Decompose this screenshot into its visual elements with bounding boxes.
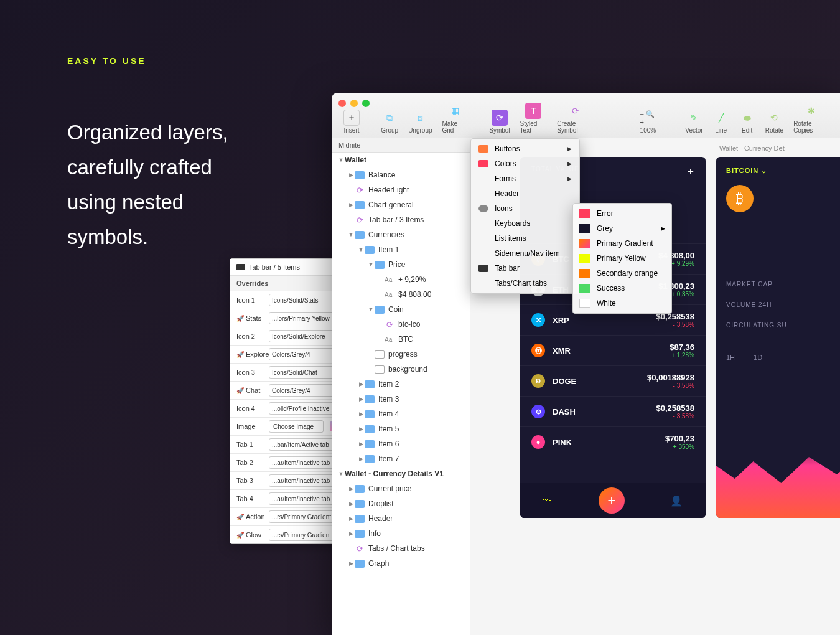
layer-row[interactable]: ▶Balance (332, 167, 470, 182)
coin-row[interactable]: ⊝ DASH $0,258538- 3,58% (520, 396, 706, 426)
toolbar-rotatecopies[interactable]: ✱Rotate Copies (790, 103, 833, 134)
toolbar-edit[interactable]: ⬬Edit (735, 110, 759, 134)
layer-row[interactable]: ▼Wallet (332, 153, 470, 167)
profile-tab-icon[interactable]: 👤 (670, 495, 683, 507)
layer-row[interactable]: Aa$4 808,00 (332, 287, 470, 302)
stats-tab-icon[interactable]: 〰 (543, 495, 553, 506)
layer-row[interactable]: ▶Graph (332, 556, 470, 571)
layer-row[interactable]: background (332, 362, 470, 377)
toolbar-makegrid[interactable]: ▦Make Grid (439, 103, 472, 134)
layer-row[interactable]: ▼Item 1 (332, 242, 470, 257)
toolbar-rotate[interactable]: ⟲Rotate (762, 110, 787, 134)
menu-item[interactable]: List items (471, 231, 579, 246)
override-select[interactable]: ...ar/Item/Inactive tab⌃⌄ (269, 456, 342, 469)
toolbar-vector[interactable]: ✎Vector (681, 110, 706, 134)
layer-row[interactable]: ▶Info (332, 526, 470, 541)
disclosure-arrow-icon[interactable]: ▼ (367, 261, 375, 268)
disclosure-arrow-icon[interactable]: ▶ (347, 172, 355, 178)
disclosure-arrow-icon[interactable]: ▶ (357, 396, 365, 402)
bitcoin-dropdown[interactable]: BITCOIN ⌄ (726, 167, 840, 175)
layer-row[interactable]: ⟳btc-ico (332, 317, 470, 332)
layer-row[interactable]: ▶Chart general (332, 197, 470, 212)
document-name[interactable]: Midnite (332, 138, 470, 153)
menu-item[interactable]: Keyboards (471, 216, 579, 231)
layer-row[interactable]: ▶Header (332, 511, 470, 526)
layer-row[interactable]: ▼Coin (332, 302, 470, 317)
layer-row[interactable]: ▶Item 2 (332, 377, 470, 392)
layer-row[interactable]: AaBTC (332, 332, 470, 347)
add-icon[interactable]: + (687, 166, 694, 179)
menu-item[interactable]: Forms ▶ (471, 171, 579, 186)
disclosure-arrow-icon[interactable]: ▶ (347, 530, 355, 537)
layer-row[interactable]: ▶Droplist (332, 496, 470, 511)
chart-tab-1d[interactable]: 1D (754, 354, 762, 361)
close-button[interactable] (338, 100, 346, 107)
choose-image-button[interactable]: Choose Image (269, 420, 324, 433)
layer-row[interactable]: ▼Price (332, 257, 470, 272)
toolbar-ungroup[interactable]: ⧈Ungroup (404, 110, 436, 134)
toolbar-symbol[interactable]: ⟳Symbol (485, 110, 513, 134)
menu-item[interactable]: Primary Gradient (573, 236, 671, 251)
coin-row[interactable]: ⓜ XMR $87,36+ 1,28% (520, 335, 706, 365)
overrides-title-row[interactable]: Tab bar / 5 Items ⌄ (230, 259, 346, 276)
zoom-button[interactable] (362, 100, 370, 107)
menu-item[interactable]: Header (471, 186, 579, 201)
disclosure-arrow-icon[interactable]: ▼ (357, 247, 365, 253)
layer-row[interactable]: ▶Item 3 (332, 392, 470, 407)
menu-item[interactable]: Grey ▶ (573, 221, 671, 236)
override-select[interactable]: ...rs/Primary Gradient⌃⌄ (269, 510, 342, 523)
chart-tab-1h[interactable]: 1H (726, 354, 735, 361)
disclosure-arrow-icon[interactable]: ▼ (347, 232, 355, 238)
layer-row[interactable]: ▶Item 6 (332, 436, 470, 451)
override-select[interactable]: Icons/Solid/Stats⌃⌄ (269, 294, 342, 306)
layer-row[interactable]: ▼Wallet - Currency Details V1 (332, 466, 470, 481)
layer-row[interactable]: ▼Currencies (332, 227, 470, 242)
toolbar-styledtext[interactable]: TStyled Text (516, 103, 551, 134)
layer-row[interactable]: ▶Item 5 (332, 421, 470, 436)
artboard-label[interactable]: Wallet - Currency Det (719, 144, 785, 152)
override-select[interactable]: ...bar/Item/Active tab⌃⌄ (269, 438, 342, 451)
layer-row[interactable]: ▶Item 7 (332, 451, 470, 466)
disclosure-arrow-icon[interactable]: ▶ (347, 560, 355, 567)
override-select[interactable]: Icons/Solid/Explore⌃⌄ (269, 330, 342, 342)
layer-row[interactable]: ▶Item 4 (332, 407, 470, 421)
disclosure-arrow-icon[interactable]: ▶ (347, 501, 355, 507)
override-select[interactable]: Colors/Grey/4⌃⌄ (269, 348, 342, 360)
layer-row[interactable]: ⟳Tab bar / 3 Items (332, 212, 470, 227)
minimize-button[interactable] (350, 100, 358, 107)
disclosure-arrow-icon[interactable]: ▶ (347, 202, 355, 208)
toolbar-insert[interactable]: ＋Insert (340, 110, 363, 134)
menu-item[interactable]: Colors ▶ (471, 156, 579, 171)
override-select[interactable]: ...ar/Item/Inactive tab⌃⌄ (269, 492, 342, 505)
menu-item[interactable]: Tab bar (471, 261, 579, 276)
menu-item[interactable]: Success (573, 281, 671, 296)
disclosure-arrow-icon[interactable]: ▼ (367, 306, 375, 313)
toolbar-zoom[interactable]: − 🔍 +100% (636, 110, 660, 134)
menu-item[interactable]: Secondary orange (573, 266, 671, 281)
disclosure-arrow-icon[interactable]: ▶ (347, 515, 355, 522)
layer-row[interactable]: Aa+ 9,29% (332, 272, 470, 287)
layer-row[interactable]: ⟳Tabs / Chart tabs (332, 541, 470, 556)
override-select[interactable]: ...olid/Profile Inactive⌃⌄ (269, 402, 342, 415)
layer-row[interactable]: ⟳HeaderLight (332, 182, 470, 197)
currency-detail-artboard[interactable]: BITCOIN ⌄ ₿ MARKET CAP VOLUME 24H CIRCUL… (716, 157, 840, 518)
menu-item[interactable]: Primary Yellow (573, 251, 671, 266)
coin-row[interactable]: Ð DOGE $0,00188928- 3,58% (520, 365, 706, 396)
disclosure-arrow-icon[interactable]: ▶ (357, 456, 365, 462)
layer-row[interactable]: ▶Current price (332, 481, 470, 496)
menu-item[interactable]: Icons (471, 201, 579, 216)
menu-item[interactable]: Buttons ▶ (471, 141, 579, 156)
fab-add-button[interactable]: + (599, 487, 625, 514)
override-select[interactable]: ...rs/Primary Gradient⌃⌄ (269, 529, 342, 541)
disclosure-arrow-icon[interactable]: ▶ (357, 381, 365, 387)
disclosure-arrow-icon[interactable]: ▼ (337, 471, 345, 477)
menu-item[interactable]: Sidemenu/Nav item (471, 246, 579, 261)
coin-row[interactable]: ● PINK $700,23+ 350% (520, 426, 706, 457)
disclosure-arrow-icon[interactable]: ▶ (347, 486, 355, 492)
layer-row[interactable]: progress (332, 347, 470, 362)
disclosure-arrow-icon[interactable]: ▶ (357, 441, 365, 447)
disclosure-arrow-icon[interactable]: ▼ (337, 157, 345, 163)
override-select[interactable]: ...ar/Item/Inactive tab⌃⌄ (269, 474, 342, 487)
toolbar-createsymbol[interactable]: ⟳Create Symbol (553, 103, 597, 134)
menu-item[interactable]: Tabs/Chart tabs (471, 276, 579, 291)
